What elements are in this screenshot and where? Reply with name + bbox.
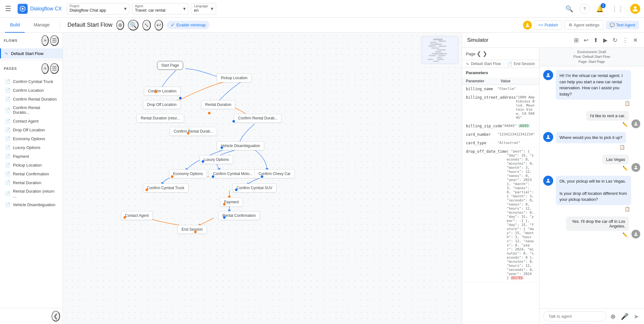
node-confirm-rental-dur-left[interactable]: Confirm Rental Durati... [170, 127, 217, 136]
user-avatar-sub[interactable] [523, 21, 532, 30]
fit-icon[interactable]: ⤡ [142, 20, 151, 30]
voice-button[interactable]: 🎤 [619, 311, 630, 321]
publish-button[interactable]: <> Publish [534, 20, 562, 30]
page-item[interactable]: 📄Rental Confirmation [0, 169, 63, 178]
add-page-button[interactable]: + [41, 63, 49, 74]
bot-message: Where would you like to pick it up? 📋 [543, 132, 640, 151]
menu-icon[interactable]: ☰ [4, 3, 13, 14]
page-item[interactable]: 📄Confirm Rental Duration [0, 95, 63, 103]
project-dropdown[interactable]: Project Dialogflow Chat app ▾ [67, 3, 129, 14]
node-pickup-label: Pickup Location [221, 76, 248, 80]
page-item[interactable]: 📄Luxury Options [0, 143, 63, 152]
node-confirm-rental-dur-right[interactable]: Confirm Rental Durati... [234, 114, 281, 123]
page-back-button[interactable]: ❮ [477, 50, 481, 57]
help-button[interactable]: ? [580, 4, 590, 14]
node-economy-options[interactable]: Economy Options [169, 169, 207, 178]
page-item[interactable]: 📄Rental Duration (return ... [0, 187, 63, 200]
node-contact-agent[interactable]: Contact Agent [121, 211, 153, 220]
add-flow-button[interactable]: + [41, 35, 49, 46]
param-value: "1234123412341234" [497, 132, 535, 136]
build-tab[interactable]: Build [5, 18, 25, 33]
user-message: I'd like to rent a car. ✏️ [543, 111, 640, 128]
user-edit-icon[interactable]: ✏️ [621, 121, 629, 128]
dot-13 [223, 203, 226, 206]
page-item[interactable]: 📄Confirm Rental Duratio... [0, 103, 63, 117]
search-button[interactable]: 🔍 [564, 4, 575, 14]
param-value: "94045"ADDED [502, 124, 535, 128]
minimap-toggle[interactable]: ✓ Enable minimap [167, 21, 210, 29]
language-dropdown[interactable]: Language en ▾ [191, 3, 216, 14]
send-button[interactable]: ➤ [632, 311, 640, 321]
user-edit-icon[interactable]: ✏️ [621, 164, 629, 172]
bot-copy-icon[interactable]: 📋 [623, 205, 631, 213]
sim-play-icon[interactable]: ▶ [602, 36, 609, 45]
collapse-sidebar-button[interactable]: ❮ [52, 311, 60, 321]
agent-settings-button[interactable]: ⚙ Agent settings [565, 20, 603, 30]
page-item-icon: 📄 [5, 136, 10, 141]
manage-tab[interactable]: Manage [29, 18, 55, 33]
subheader-right: <> Publish ⚙ Agent settings 💬 Test Agent [523, 20, 639, 30]
dot-3 [208, 112, 210, 114]
page-forward-button[interactable]: ❯ [483, 50, 487, 57]
page-item[interactable]: 📄Confirm Location [0, 86, 63, 95]
page-item[interactable]: 📄Payment [0, 152, 63, 161]
node-vehicle-dis-label: Vehicle Disambiguation [221, 144, 260, 148]
page-item[interactable]: 📄Economy Options [0, 134, 63, 143]
chat-input[interactable] [543, 311, 607, 321]
svg-rect-18 [441, 53, 447, 54]
svg-rect-15 [435, 51, 441, 52]
bot-copy-icon[interactable]: 📋 [618, 143, 626, 151]
user-avatar[interactable] [630, 4, 640, 14]
params-title: Parameters [462, 68, 539, 78]
flow-icon: ⤷ [5, 51, 8, 56]
test-agent-button[interactable]: 💬 Test Agent [606, 21, 639, 29]
param-row: billing_street_address "1800 Amphibious … [462, 93, 539, 122]
pages-label: PAGES [4, 67, 17, 70]
sim-more-icon[interactable]: ⋮ [621, 36, 629, 45]
page-item[interactable]: 📄Contact Agent [0, 117, 63, 125]
agent-dropdown[interactable]: Agent Travel: car rental ▾ [132, 3, 188, 14]
node-luxury-options[interactable]: Luxury Options [199, 155, 233, 164]
search-flow-icon[interactable]: 🔍 [128, 20, 139, 30]
node-end-session[interactable]: End Session [177, 225, 207, 234]
add-message-button[interactable]: ⊕ [609, 311, 617, 321]
node-confirm-cymbal-moto[interactable]: Confirm Cymbal Moto... [209, 169, 256, 178]
undo-icon[interactable]: ↩ [155, 20, 163, 30]
page-item[interactable]: 📄Pickup Location [0, 161, 63, 169]
bot-copy-icon[interactable]: 📋 [623, 100, 631, 107]
sim-header: Simulator ⊞ ↩ ⬆ ▶ ↻ ⋮ ✕ [462, 33, 644, 48]
apps-button[interactable]: ⋮⋮ [610, 4, 625, 14]
sim-close-icon[interactable]: ✕ [632, 36, 639, 45]
svg-rect-12 [439, 46, 446, 47]
node-start-page[interactable]: Start Page [157, 61, 183, 70]
sim-refresh-icon[interactable]: ↻ [611, 36, 619, 45]
page-item[interactable]: 📄Confirm Cymbal Truck [0, 77, 63, 86]
page-list-button[interactable]: ☰ [50, 63, 59, 74]
sim-export-icon[interactable]: ⬆ [592, 36, 599, 45]
node-confirm-location[interactable]: Confirm Location [144, 87, 181, 96]
zoom-in-icon[interactable]: ⊕ [116, 20, 124, 30]
node-vehicle-dis[interactable]: Vehicle Disambiguation [217, 141, 264, 150]
node-dropoff-location[interactable]: Drop Off Location [143, 100, 181, 109]
node-rental-duration[interactable]: Rental Duration [201, 100, 235, 109]
user-bubble: Las Vegas [602, 155, 629, 164]
node-confirm-cymbal-truck[interactable]: Confirm Cymbal Truck [143, 184, 188, 192]
node-pickup-location[interactable]: Pickup Location [217, 74, 252, 82]
default-start-flow-item[interactable]: ⤷ Default Start Flow [0, 48, 63, 58]
node-confirm-cymbal-suv[interactable]: Confirm Cymbal SUV [232, 184, 276, 192]
bot-bubble: Where would you like to pick it up? [556, 132, 626, 143]
flow-list-button[interactable]: ☰ [50, 35, 59, 46]
bot-bubble: Hi! I'm the virtual car rental agent. I … [556, 70, 631, 100]
page-item[interactable]: 📄Vehicle Disambiguation [0, 200, 63, 209]
node-rental-dur-return[interactable]: Rental Duration (retur... [137, 114, 184, 123]
flow-canvas-area[interactable]: Start Page Pickup Location Confirm Locat… [63, 33, 462, 324]
page-item[interactable]: 📄Rental Duration [0, 178, 63, 187]
page-item[interactable]: 📄Drop Off Location [0, 125, 63, 134]
page-item-icon: 📄 [5, 107, 10, 113]
node-confirm-rental-dur-left-label: Confirm Rental Durati... [174, 129, 213, 134]
settings-icon: ⚙ [569, 23, 572, 27]
user-edit-icon[interactable]: ✏️ [621, 231, 629, 239]
sim-columns-icon[interactable]: ⊞ [573, 36, 580, 45]
params-rows: billing_name "Charlie" billing_street_ad… [462, 85, 539, 282]
sim-undo-icon[interactable]: ↩ [582, 36, 590, 45]
